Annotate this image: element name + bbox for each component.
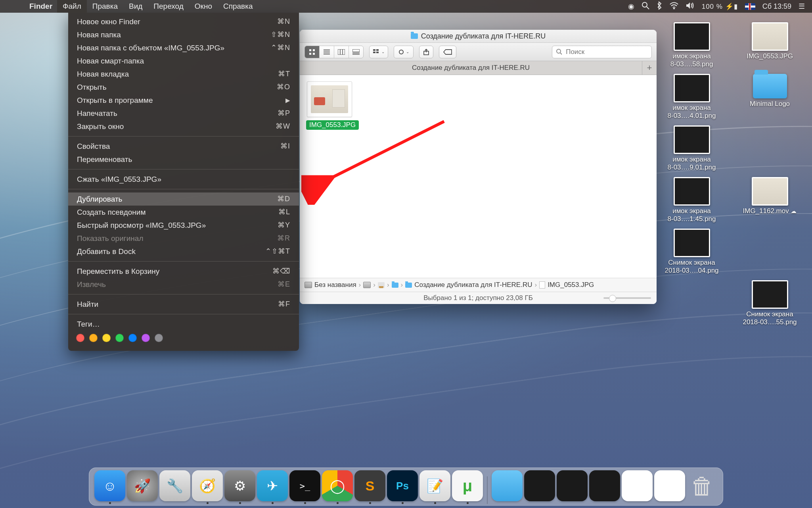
- svg-rect-18: [373, 52, 375, 53]
- action-dropdown[interactable]: ⌄: [394, 46, 414, 58]
- desktop-icon[interactable]: имок экрана8-03….4.01.png: [657, 74, 726, 120]
- path-crumb[interactable]: Без названия: [304, 281, 356, 289]
- tag-color[interactable]: [142, 334, 150, 342]
- list-view-icon[interactable]: [320, 46, 334, 58]
- desktop-icon[interactable]: Minimal Logo: [735, 74, 804, 120]
- bluetooth-icon[interactable]: [657, 1, 662, 12]
- menu-row[interactable]: Новая папка⇧⌘N: [68, 28, 299, 41]
- desktop-icon[interactable]: Снимок экрана2018-03….55.png: [735, 280, 804, 326]
- desktop-icon[interactable]: IMG_0553.JPG: [735, 22, 804, 68]
- arrange-dropdown[interactable]: ⌄: [369, 46, 388, 58]
- menu-row[interactable]: Переименовать: [68, 153, 299, 166]
- path-crumb[interactable]: [378, 282, 385, 288]
- menu-row[interactable]: Новое окно Finder⌘N: [68, 15, 299, 28]
- menu-row[interactable]: Закрыть окно⌘W: [68, 120, 299, 133]
- menu-row[interactable]: Найти⌘F: [68, 298, 299, 311]
- svg-line-23: [560, 53, 562, 55]
- search-field[interactable]: [552, 46, 652, 58]
- search-input[interactable]: [565, 48, 647, 56]
- tag-color[interactable]: [155, 334, 163, 342]
- tags-button[interactable]: [439, 46, 456, 58]
- menu-row[interactable]: Добавить в Dock⌃⇧⌘T: [68, 245, 299, 258]
- tag-color[interactable]: [76, 334, 84, 342]
- menu-row[interactable]: Открыть⌘O: [68, 81, 299, 94]
- menu-row[interactable]: Дублировать⌘D: [68, 192, 299, 206]
- icon-view-icon[interactable]: [305, 46, 320, 58]
- dock: ☺🚀🔧🧭⚙✈>_◯SPs📝μ🗑: [89, 468, 723, 506]
- dock-launchpad[interactable]: 🚀: [127, 470, 158, 504]
- desktop-icon[interactable]: имок экрана8-03….9.01.png: [657, 125, 726, 171]
- dock-folder1[interactable]: [492, 470, 523, 504]
- dock-task4[interactable]: [622, 470, 653, 504]
- dock-task1[interactable]: [524, 470, 555, 504]
- dock-task5[interactable]: [654, 470, 685, 504]
- dock-telegram[interactable]: ✈: [257, 470, 288, 504]
- finder-titlebar[interactable]: Создание дубликата для IT-HERE.RU: [300, 30, 657, 43]
- menu-item-переход[interactable]: Переход: [148, 0, 189, 13]
- path-crumb[interactable]: [392, 283, 398, 288]
- volume-icon[interactable]: [686, 2, 695, 11]
- dock-sublime[interactable]: S: [354, 470, 385, 504]
- dock-safari[interactable]: 🧭: [192, 470, 223, 504]
- view-switcher[interactable]: [304, 46, 364, 58]
- desktop-icon[interactable]: IMG_1162.mov ☁︎: [735, 177, 804, 223]
- tag-color[interactable]: [128, 334, 137, 342]
- path-crumb[interactable]: IMG_0553.JPG: [539, 281, 594, 289]
- spotlight-icon[interactable]: [642, 2, 649, 12]
- menu-row[interactable]: Новая смарт-папка: [68, 54, 299, 67]
- menu-row[interactable]: Напечатать⌘P: [68, 107, 299, 120]
- siri-icon[interactable]: ◉: [628, 2, 634, 11]
- svg-point-2: [673, 8, 674, 9]
- column-view-icon[interactable]: [334, 46, 349, 58]
- finder-tab[interactable]: Создание дубликата для IT-HERE.RU: [300, 61, 642, 75]
- finder-content[interactable]: IMG_0553.JPG: [300, 75, 657, 278]
- zoom-slider[interactable]: [603, 297, 651, 299]
- path-crumb[interactable]: [363, 282, 371, 288]
- dock-trash[interactable]: 🗑: [687, 470, 718, 504]
- menu-item-вид[interactable]: Вид: [123, 0, 148, 13]
- menu-item-окно[interactable]: Окно: [189, 0, 218, 13]
- menu-row[interactable]: Свойства⌘I: [68, 140, 299, 153]
- notification-center-icon[interactable]: ☰: [799, 2, 805, 11]
- svg-line-1: [647, 7, 649, 9]
- menu-row[interactable]: Новая папка с объектом «IMG_0553.JPG»⌃⌘N: [68, 41, 299, 54]
- menu-row[interactable]: Новая вкладка⌘T: [68, 67, 299, 81]
- new-tab-button[interactable]: +: [642, 61, 657, 75]
- tag-colors-row: [68, 331, 299, 344]
- desktop-icon[interactable]: Снимок экрана2018-03….04.png: [657, 229, 726, 275]
- file-item[interactable]: IMG_0553.JPG: [306, 81, 353, 130]
- dock-photoshop[interactable]: Ps: [387, 470, 418, 504]
- path-crumb[interactable]: Создание дубликата для IT-HERE.RU: [405, 281, 532, 289]
- menu-row[interactable]: Сжать «IMG_0553.JPG»: [68, 173, 299, 186]
- dock-utorrent[interactable]: μ: [452, 470, 483, 504]
- coverflow-view-icon[interactable]: [349, 46, 363, 58]
- share-button[interactable]: [419, 46, 433, 58]
- dock-settings[interactable]: ⚙: [224, 470, 255, 504]
- tag-color[interactable]: [115, 334, 124, 342]
- dock-terminal[interactable]: >_: [289, 470, 320, 504]
- tag-color[interactable]: [89, 334, 98, 342]
- desktop-icon[interactable]: имок экрана8-03….58.png: [657, 22, 726, 68]
- dock-tool[interactable]: 🔧: [159, 470, 190, 504]
- tag-color[interactable]: [102, 334, 111, 342]
- dock-task3[interactable]: [589, 470, 620, 504]
- dock-textedit[interactable]: 📝: [419, 470, 450, 504]
- menu-row[interactable]: Теги…: [68, 318, 299, 331]
- svg-rect-16: [373, 49, 375, 51]
- dock-task2[interactable]: [557, 470, 588, 504]
- input-language-icon[interactable]: [745, 3, 755, 10]
- clock[interactable]: Сб 13:59: [762, 2, 791, 11]
- app-name[interactable]: Finder: [25, 2, 57, 11]
- menu-item-справка[interactable]: Справка: [218, 0, 259, 13]
- battery-status[interactable]: 100 % ⚡▮: [702, 2, 738, 11]
- menu-row[interactable]: Переместить в Корзину⌘⌫: [68, 265, 299, 278]
- wifi-icon[interactable]: [669, 2, 679, 11]
- menu-row[interactable]: Быстрый просмотр «IMG_0553.JPG»⌘Y: [68, 219, 299, 232]
- menu-item-правка[interactable]: Правка: [87, 0, 123, 13]
- menu-item-файл[interactable]: Файл: [57, 0, 87, 13]
- dock-chrome[interactable]: ◯: [322, 470, 353, 504]
- desktop-icon[interactable]: имок экрана8-03….1.45.png: [657, 177, 726, 223]
- menu-row[interactable]: Открыть в программе▶: [68, 94, 299, 107]
- dock-finder[interactable]: ☺: [94, 470, 125, 504]
- menu-row[interactable]: Создать псевдоним⌘L: [68, 206, 299, 219]
